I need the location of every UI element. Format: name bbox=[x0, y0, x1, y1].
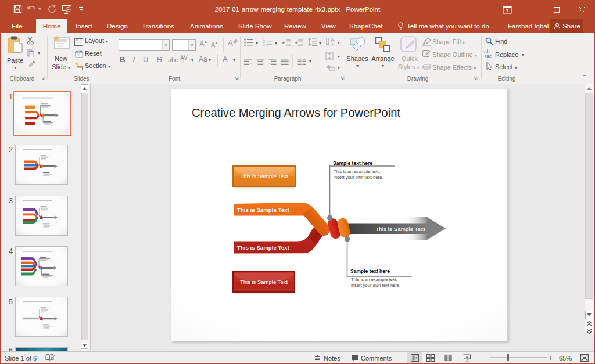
svg-text:This is an example text,: This is an example text, bbox=[351, 277, 397, 282]
svg-text:This is Sample Text: This is Sample Text bbox=[237, 244, 290, 251]
svg-text:A: A bbox=[331, 37, 334, 43]
svg-text:insert your own text here.: insert your own text here. bbox=[334, 175, 383, 180]
svg-text:ac: ac bbox=[486, 53, 492, 59]
svg-text:Sample text here: Sample text here bbox=[350, 268, 390, 274]
svg-text:insert your own text here.: insert your own text here. bbox=[351, 283, 400, 288]
svg-text:3: 3 bbox=[263, 44, 265, 46]
svg-text:This is Sample Text: This is Sample Text bbox=[240, 279, 288, 285]
svg-text:This is Sample Text: This is Sample Text bbox=[375, 226, 425, 232]
svg-text:This is Sample Text: This is Sample Text bbox=[237, 207, 290, 213]
svg-text:This is an example text,: This is an example text, bbox=[334, 169, 380, 174]
svg-text:This is Sample Text: This is Sample Text bbox=[240, 173, 288, 179]
svg-text:Sample text here: Sample text here bbox=[333, 160, 372, 166]
